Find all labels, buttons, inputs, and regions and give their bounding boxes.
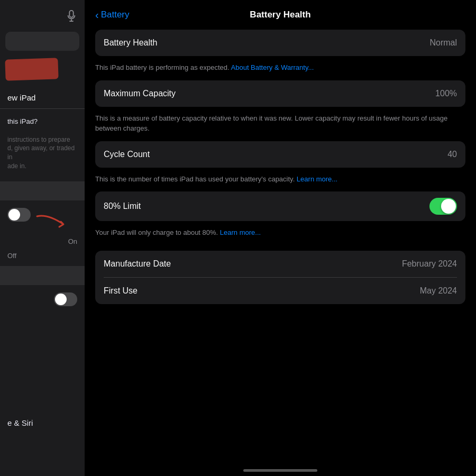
redacted-block <box>5 58 58 80</box>
page-header: ‹ Battery Battery Health <box>85 0 476 30</box>
page-title: Battery Health <box>250 10 310 20</box>
manufacture-date-row: Manufacture Date February 2024 <box>95 251 465 277</box>
cycle-count-value: 40 <box>447 150 457 159</box>
question-label: this iPad? <box>0 112 85 131</box>
limit-learn-more-link[interactable]: Learn more... <box>220 228 261 236</box>
sidebar-bottom: e & Siri <box>0 412 85 434</box>
manufacture-section: Manufacture Date February 2024 First Use… <box>95 251 465 304</box>
sidebar-top-bar <box>0 0 85 32</box>
toggle-row-2 <box>0 287 85 312</box>
max-capacity-card: Maximum Capacity 100% <box>95 80 465 107</box>
limit-toggle-knob <box>441 199 456 214</box>
max-capacity-label: Maximum Capacity <box>104 89 176 98</box>
red-arrow-annotation <box>0 227 85 237</box>
main-content: ‹ Battery Battery Health Battery Health … <box>85 0 476 476</box>
cycle-count-learn-more-link[interactable]: Learn more... <box>297 175 337 183</box>
limit-desc-plain: Your iPad will only charge to about 80%. <box>95 228 220 236</box>
back-button[interactable]: ‹ Battery <box>95 10 130 20</box>
cycle-count-desc-plain: This is the number of times iPad has use… <box>95 175 297 183</box>
battery-health-desc-plain: This iPad battery is performing as expec… <box>95 63 231 71</box>
cycle-count-label: Cycle Count <box>104 150 150 159</box>
gray-bar-2 <box>0 266 85 285</box>
first-use-row: First Use May 2024 <box>95 278 465 304</box>
cycle-count-desc: This is the number of times iPad has use… <box>95 171 465 192</box>
battery-health-card: Battery Health Normal <box>95 30 465 56</box>
off-label: Off <box>7 252 39 260</box>
manufacture-date-label: Manufacture Date <box>104 259 171 269</box>
date-group-card: Manufacture Date February 2024 First Use… <box>95 251 465 304</box>
limit-card: 80% Limit <box>95 191 465 221</box>
cycle-count-card: Cycle Count 40 <box>95 141 465 168</box>
divider1 <box>0 108 85 109</box>
back-chevron-icon: ‹ <box>95 10 99 20</box>
on-label: On <box>0 237 85 248</box>
question-sub: instructions to prepared, given away, or… <box>0 131 85 175</box>
battery-health-label: Battery Health <box>104 38 157 48</box>
sidebar-search <box>5 32 79 51</box>
max-capacity-value: 100% <box>435 89 457 98</box>
manufacture-date-value: February 2024 <box>402 259 457 269</box>
limit-toggle[interactable] <box>429 198 457 215</box>
max-capacity-row: Maximum Capacity 100% <box>95 80 465 107</box>
first-use-value: May 2024 <box>420 286 457 296</box>
cards-area: Battery Health Normal This iPad battery … <box>85 30 476 304</box>
battery-health-row: Battery Health Normal <box>95 30 465 56</box>
limit-label: 80% Limit <box>104 202 141 211</box>
toggle-1[interactable] <box>7 208 31 222</box>
sidebar: ew iPad this iPad? instructions to prepa… <box>0 0 85 476</box>
first-use-label: First Use <box>104 286 138 296</box>
limit-desc: Your iPad will only charge to about 80%.… <box>95 224 465 245</box>
new-ipad-label: ew iPad <box>0 90 85 105</box>
limit-toggle-row: 80% Limit <box>95 191 465 221</box>
mic-icon[interactable] <box>66 10 77 22</box>
cycle-count-row: Cycle Count 40 <box>95 141 465 168</box>
battery-health-desc: This iPad battery is performing as expec… <box>95 59 465 80</box>
back-label: Battery <box>101 10 130 20</box>
siri-label: e & Siri <box>0 412 85 434</box>
battery-warranty-link[interactable]: About Battery & Warranty... <box>231 63 314 71</box>
battery-health-value: Normal <box>429 38 457 48</box>
toggle-2[interactable] <box>54 292 77 306</box>
home-indicator <box>243 469 317 472</box>
max-capacity-desc: This is a measure of battery capacity re… <box>95 110 465 141</box>
